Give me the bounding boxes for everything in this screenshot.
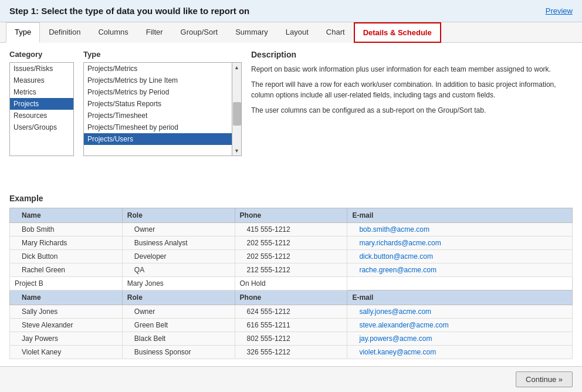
tab-definition[interactable]: Definition (40, 22, 89, 43)
table-row: Bob Smith Owner 415 555-1212 bob.smith@a… (10, 223, 573, 236)
table-row: Steve Alexander Green Belt 616 555-1211 … (10, 319, 573, 332)
description-title: Description (251, 50, 573, 59)
member-role: Developer (122, 250, 235, 263)
category-item-issues-risks[interactable]: Issues/Risks (10, 63, 73, 75)
type-item-projects-metrics[interactable]: Projects/Metrics (84, 63, 232, 75)
project-b-name: Project B (10, 277, 123, 290)
project-a-table: Name Role Phone E-mail Bob Smith Owner 4… (9, 208, 573, 359)
member-phone: 415 555-1212 (235, 223, 347, 236)
scroll-down-arrow[interactable]: ▼ (232, 146, 241, 156)
tab-layout[interactable]: Layout (277, 22, 317, 43)
category-section: Category Issues/Risks Measures Metrics P… (9, 50, 74, 187)
project-b-status: On Hold (235, 277, 347, 290)
preview-link[interactable]: Preview (546, 6, 573, 15)
category-item-resources[interactable]: Resources (10, 110, 73, 121)
member-name: Bob Smith (10, 223, 123, 236)
member-role: Business Analyst (122, 236, 235, 250)
type-listbox[interactable]: Projects/Metrics Projects/Metrics by Lin… (84, 63, 232, 156)
member-phone: 802 555-1212 (235, 332, 347, 346)
page-footer: Continue » (0, 366, 582, 392)
member-name: Rachel Green (10, 263, 123, 277)
description-section: Description Report on basic work informa… (251, 50, 573, 187)
member-email: steve.alexander@acme.com (347, 319, 573, 332)
table-row: Jay Powers Black Belt 802 555-1212 jay.p… (10, 332, 573, 346)
category-item-measures[interactable]: Measures (10, 75, 73, 86)
type-scrollbar[interactable]: ▲ ▼ (232, 63, 241, 156)
member-name: Sally Jones (10, 305, 123, 319)
sub-a-col-phone: Phone (235, 208, 347, 223)
member-role: Green Belt (122, 319, 235, 332)
member-phone: 202 555-1212 (235, 236, 347, 250)
example-section: Example Name Role Phone E-mail Bob (0, 194, 582, 366)
type-listbox-wrapper: Projects/Metrics Projects/Metrics by Lin… (83, 62, 242, 156)
table-row: Name Role Phone E-mail (10, 290, 573, 305)
table-row: Rachel Green QA 212 555-1212 rache.green… (10, 263, 573, 277)
member-phone: 326 555-1212 (235, 346, 347, 359)
description-para-2: The report will have a row for each work… (251, 79, 573, 100)
member-name: Violet Kaney (10, 346, 123, 359)
type-item-projects-metrics-line[interactable]: Projects/Metrics by Line Item (84, 75, 232, 86)
page-title: Step 1: Select the type of data you woul… (9, 6, 249, 16)
member-email: violet.kaney@acme.com (347, 346, 573, 359)
description-para-1: Report on basic work information plus us… (251, 64, 573, 75)
category-item-metrics[interactable]: Metrics (10, 86, 73, 98)
category-item-projects[interactable]: Projects (10, 98, 73, 110)
member-name: Steve Alexander (10, 319, 123, 332)
type-item-projects-status[interactable]: Projects/Status Reports (84, 98, 232, 110)
type-item-projects-timesheet-period[interactable]: Projects/Timesheet by period (84, 121, 232, 133)
type-item-projects-users[interactable]: Projects/Users (84, 133, 232, 145)
member-name: Dick Button (10, 250, 123, 263)
member-role: Owner (122, 305, 235, 319)
tab-group-sort[interactable]: Group/Sort (172, 22, 227, 43)
category-label: Category (9, 50, 74, 59)
table-row: Project B Mary Jones On Hold (10, 277, 573, 290)
sub-b-col-phone: Phone (235, 290, 347, 305)
table-row: Mary Richards Business Analyst 202 555-1… (10, 236, 573, 250)
tab-columns[interactable]: Columns (89, 22, 137, 43)
sub-a-col-role: Role (122, 208, 235, 223)
tab-details-schedule[interactable]: Details & Schedule (354, 22, 441, 43)
sub-b-col-name: Name (10, 290, 123, 305)
member-email: dick.button@acme.com (347, 250, 573, 263)
sub-a-col-name: Name (10, 208, 123, 223)
member-role: Business Sponsor (122, 346, 235, 359)
scroll-up-arrow[interactable]: ▲ (232, 63, 241, 72)
type-label: Type (83, 50, 242, 59)
member-email: rache.green@acme.com (347, 263, 573, 277)
category-item-users-groups[interactable]: Users/Groups (10, 121, 73, 133)
member-email: sally.jones@acme.com (347, 305, 573, 319)
member-email: mary.richards@acme.com (347, 236, 573, 250)
type-section: Type Projects/Metrics Projects/Metrics b… (83, 50, 242, 187)
tab-chart[interactable]: Chart (317, 22, 354, 43)
table-row: Dick Button Developer 202 555-1212 dick.… (10, 250, 573, 263)
member-role: Owner (122, 223, 235, 236)
main-content: Category Issues/Risks Measures Metrics P… (0, 43, 582, 194)
tab-summary[interactable]: Summary (226, 22, 277, 43)
member-phone: 212 555-1212 (235, 263, 347, 277)
member-role: QA (122, 263, 235, 277)
member-email: bob.smith@acme.com (347, 223, 573, 236)
example-title: Example (9, 194, 573, 203)
scroll-thumb[interactable] (233, 102, 241, 126)
member-phone: 616 555-1211 (235, 319, 347, 332)
project-b-owner: Mary Jones (122, 277, 235, 290)
member-phone: 624 555-1212 (235, 305, 347, 319)
member-role: Black Belt (122, 332, 235, 346)
type-item-projects-timesheet[interactable]: Projects/Timesheet (84, 110, 232, 121)
type-item-projects-metrics-period[interactable]: Projects/Metrics by Period (84, 86, 232, 98)
description-para-3: The user columns can be configured as a … (251, 105, 573, 116)
tab-filter[interactable]: Filter (137, 22, 172, 43)
member-phone: 202 555-1212 (235, 250, 347, 263)
sub-b-col-role: Role (122, 290, 235, 305)
member-email: jay.powers@acme.com (347, 332, 573, 346)
tab-type[interactable]: Type (6, 22, 40, 43)
member-name: Mary Richards (10, 236, 123, 250)
table-row: Violet Kaney Business Sponsor 326 555-12… (10, 346, 573, 359)
category-listbox[interactable]: Issues/Risks Measures Metrics Projects R… (9, 62, 74, 156)
sub-b-col-email: E-mail (347, 290, 573, 305)
continue-button[interactable]: Continue » (516, 371, 573, 387)
sub-a-col-email: E-mail (347, 208, 573, 223)
table-row: Sally Jones Owner 624 555-1212 sally.jon… (10, 305, 573, 319)
member-name: Jay Powers (10, 332, 123, 346)
tabs-bar: Type Definition Columns Filter Group/Sor… (0, 22, 582, 43)
